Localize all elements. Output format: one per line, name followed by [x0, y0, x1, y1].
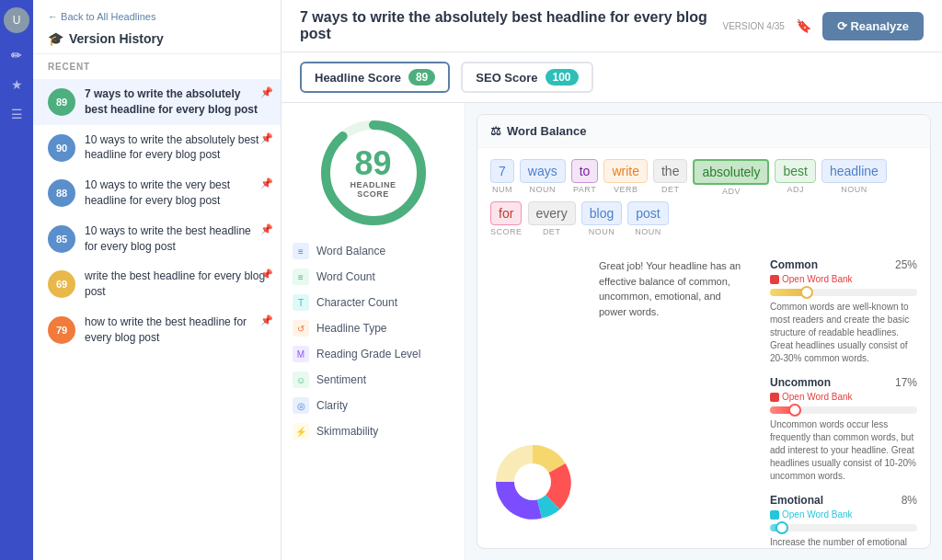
metric-label: Sentiment: [316, 373, 366, 386]
pin-icon[interactable]: 📌: [260, 132, 273, 144]
pencil-icon[interactable]: ✏: [11, 48, 22, 63]
pin-icon[interactable]: 📌: [260, 223, 273, 235]
metric-dot: ☺: [293, 371, 309, 388]
circle-inner: 89 HEADLINE SCORE: [346, 147, 401, 199]
left-panel: 89 HEADLINE SCORE ≡ Word Balance ≡ Word …: [281, 103, 465, 560]
bar-item-1: Uncommon 17% Open Word Bank Uncommon wor…: [770, 376, 917, 483]
word-chip-7: headline NOUN: [821, 159, 887, 194]
score-badge: 69: [48, 270, 75, 298]
bar-header: Emotional 8%: [770, 494, 917, 507]
bar-pct: 25%: [895, 258, 917, 271]
metric-item-0[interactable]: ≡ Word Balance: [293, 243, 454, 259]
recent-label: RECENT: [33, 54, 281, 75]
book-icon[interactable]: ☰: [11, 107, 23, 121]
word-chip-8: for SCORE: [490, 201, 523, 236]
word-balance-title: ⚖ Word Balance: [477, 115, 930, 148]
pin-icon[interactable]: 📌: [260, 86, 273, 98]
chip-word: the: [653, 159, 687, 183]
word-chip-0: 7 NUM: [490, 159, 514, 194]
bar-track: [770, 524, 917, 531]
metric-dot: ≡: [293, 269, 309, 285]
headline-score-value: 89: [408, 69, 435, 86]
wb-chart: [477, 247, 588, 549]
sidebar-header: ← Back to All Headlines 🎓 Version Histor…: [33, 0, 281, 54]
metric-label: Word Balance: [316, 245, 385, 257]
chip-word: best: [775, 159, 815, 183]
chip-word: ways: [520, 159, 566, 183]
sidebar-item-5[interactable]: 79 how to write the best headline for ev…: [33, 307, 281, 353]
metric-label: Reading Grade Level: [316, 348, 420, 360]
chip-label: SCORE: [490, 227, 523, 236]
score-badge: 88: [48, 179, 75, 207]
score-badge: 85: [48, 225, 75, 253]
word-chip-6: best ADJ: [775, 159, 815, 194]
item-text: 10 ways to write the very best headline …: [85, 177, 266, 209]
bar-thumb: [800, 286, 813, 299]
item-text: how to write the best headline for every…: [85, 314, 266, 346]
right-panel: ⚖ Word Balance 7 NUM ways NOUN to PART w…: [465, 103, 942, 560]
metric-item-2[interactable]: T Character Count: [293, 294, 454, 311]
bars-section: Common 25% Open Word Bank Common words a…: [757, 247, 930, 549]
bar-header: Uncommon 17%: [770, 376, 917, 389]
pin-icon[interactable]: 📌: [260, 269, 273, 280]
sidebar-item-4[interactable]: 69 write the best headline for every blo…: [33, 261, 281, 307]
sidebar-item-1[interactable]: 90 10 ways to write the absolutely best …: [33, 125, 281, 171]
word-chip-10: blog NOUN: [581, 201, 622, 236]
svg-point-2: [514, 463, 551, 500]
chip-word: to: [571, 159, 599, 183]
back-link[interactable]: ← Back to All Headlines: [48, 11, 266, 22]
circle-number: 89: [346, 147, 401, 180]
metric-item-7[interactable]: ⚡ Skimmability: [293, 423, 454, 440]
word-chip-3: write VERB: [603, 159, 648, 194]
word-chips: 7 NUM ways NOUN to PART write VERB the D…: [477, 148, 930, 247]
bar-pct: 17%: [895, 376, 917, 389]
tab-seo-score[interactable]: SEO Score 100: [461, 62, 592, 93]
chip-label: DET: [543, 227, 561, 236]
bar-fill: [770, 524, 782, 531]
bar-track: [770, 289, 917, 296]
chip-word: headline: [821, 159, 887, 183]
chip-label: VERB: [614, 185, 638, 194]
bar-track: [770, 406, 917, 414]
circle-score: 89 HEADLINE SCORE: [318, 118, 429, 228]
sidebar-item-0[interactable]: 89 7 ways to write the absolutely best h…: [33, 79, 281, 125]
metric-item-4[interactable]: M Reading Grade Level: [293, 346, 454, 362]
chip-label: NOUN: [589, 227, 615, 236]
bookmark-icon[interactable]: 🔖: [796, 18, 811, 33]
main-content: 7 ways to write the absolutely best head…: [281, 0, 942, 560]
version-history-title: 🎓 Version History: [48, 31, 266, 46]
headline-score-label: Headline Score: [315, 71, 401, 85]
metric-item-1[interactable]: ≡ Word Count: [293, 269, 454, 285]
main-body: 89 HEADLINE SCORE ≡ Word Balance ≡ Word …: [281, 103, 942, 560]
metric-dot: M: [293, 346, 309, 362]
metric-item-6[interactable]: ◎ Clarity: [293, 397, 454, 414]
chip-word: write: [603, 159, 648, 183]
metric-item-3[interactable]: ↺ Headline Type: [293, 320, 454, 337]
metric-item-5[interactable]: ☺ Sentiment: [293, 371, 454, 388]
item-text: write the best headline for every blog p…: [85, 269, 266, 300]
sidebar-item-2[interactable]: 88 10 ways to write the very best headli…: [33, 170, 281, 216]
pin-icon[interactable]: 📌: [260, 177, 273, 189]
open-word-bank-link[interactable]: Open Word Bank: [770, 274, 917, 284]
star-icon[interactable]: ★: [11, 77, 23, 92]
history-icon: 🎓: [48, 31, 63, 46]
seo-score-label: SEO Score: [476, 71, 537, 85]
open-word-bank-link[interactable]: Open Word Bank: [770, 509, 917, 520]
pin-icon[interactable]: 📌: [260, 314, 273, 326]
metric-dot: ≡: [293, 243, 309, 259]
sidebar-item-3[interactable]: 85 10 ways to write the best headline fo…: [33, 216, 281, 262]
reanalyze-button[interactable]: ⟳ Reanalyze: [822, 12, 924, 40]
open-word-bank-link[interactable]: Open Word Bank: [770, 392, 917, 402]
tab-headline-score[interactable]: Headline Score 89: [300, 62, 450, 93]
chip-label: NUM: [492, 185, 512, 194]
bar-header: Common 25%: [770, 258, 917, 271]
score-tabs: Headline Score 89 SEO Score 100: [281, 52, 942, 103]
chip-word: blog: [581, 201, 622, 225]
item-text: 10 ways to write the absolutely best hea…: [85, 132, 266, 164]
sidebar: ← Back to All Headlines 🎓 Version Histor…: [33, 0, 281, 560]
version-info: VERSION 4/35: [723, 21, 785, 31]
word-bank-icon: [770, 275, 779, 284]
chip-label: ADJ: [787, 185, 804, 194]
bar-item-0: Common 25% Open Word Bank Common words a…: [770, 258, 917, 365]
seo-score-value: 100: [546, 69, 579, 86]
